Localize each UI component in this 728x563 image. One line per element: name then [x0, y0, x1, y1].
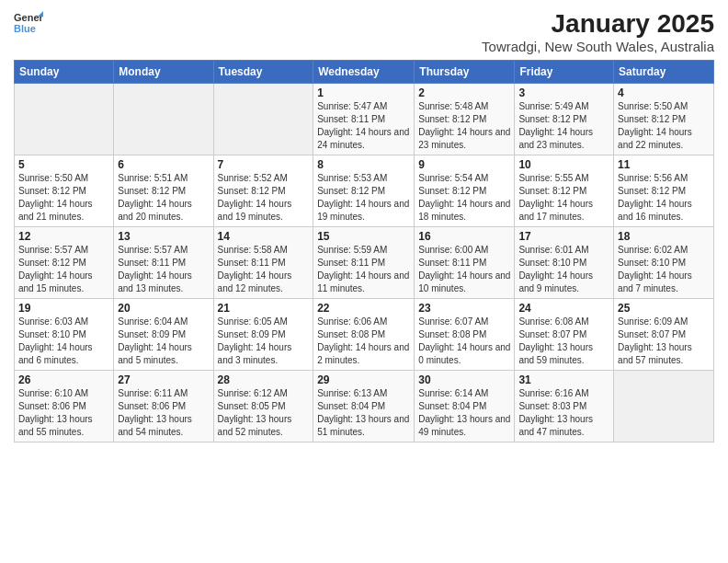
day-info: Sunrise: 6:09 AMSunset: 8:07 PMDaylight:… [618, 316, 692, 365]
day-cell: 16Sunrise: 6:00 AMSunset: 8:11 PMDayligh… [415, 227, 515, 299]
day-number: 8 [317, 158, 410, 171]
day-info: Sunrise: 6:14 AMSunset: 8:04 PMDaylight:… [418, 388, 510, 437]
day-cell: 28Sunrise: 6:12 AMSunset: 8:05 PMDayligh… [213, 371, 313, 442]
day-number: 17 [518, 230, 609, 243]
day-number: 23 [418, 302, 510, 315]
day-cell: 25Sunrise: 6:09 AMSunset: 8:07 PMDayligh… [614, 299, 714, 371]
day-cell: 3Sunrise: 5:49 AMSunset: 8:12 PMDaylight… [515, 84, 614, 155]
day-info: Sunrise: 5:58 AMSunset: 8:11 PMDaylight:… [218, 245, 292, 293]
week-row-3: 12Sunrise: 5:57 AMSunset: 8:12 PMDayligh… [15, 227, 714, 299]
day-number: 29 [317, 373, 410, 386]
day-cell: 19Sunrise: 6:03 AMSunset: 8:10 PMDayligh… [15, 299, 114, 371]
day-info: Sunrise: 6:00 AMSunset: 8:11 PMDaylight:… [418, 245, 510, 293]
day-number: 19 [18, 302, 109, 315]
day-info: Sunrise: 5:59 AMSunset: 8:11 PMDaylight:… [317, 245, 409, 293]
day-info: Sunrise: 6:07 AMSunset: 8:08 PMDaylight:… [418, 316, 510, 365]
day-info: Sunrise: 5:57 AMSunset: 8:12 PMDaylight:… [18, 245, 93, 293]
day-cell: 15Sunrise: 5:59 AMSunset: 8:11 PMDayligh… [313, 227, 415, 299]
week-row-1: 1Sunrise: 5:47 AMSunset: 8:11 PMDaylight… [15, 84, 714, 155]
day-cell: 26Sunrise: 6:10 AMSunset: 8:06 PMDayligh… [15, 371, 114, 442]
week-row-4: 19Sunrise: 6:03 AMSunset: 8:10 PMDayligh… [15, 299, 714, 371]
day-cell: 30Sunrise: 6:14 AMSunset: 8:04 PMDayligh… [415, 371, 515, 442]
day-cell: 1Sunrise: 5:47 AMSunset: 8:11 PMDaylight… [313, 84, 415, 155]
weekday-header-wednesday: Wednesday [313, 61, 415, 84]
day-cell: 4Sunrise: 5:50 AMSunset: 8:12 PMDaylight… [614, 84, 714, 155]
day-info: Sunrise: 6:13 AMSunset: 8:04 PMDaylight:… [317, 388, 409, 437]
day-info: Sunrise: 6:12 AMSunset: 8:05 PMDaylight:… [218, 388, 292, 437]
week-row-5: 26Sunrise: 6:10 AMSunset: 8:06 PMDayligh… [15, 371, 714, 442]
day-cell [213, 84, 313, 155]
day-info: Sunrise: 5:50 AMSunset: 8:12 PMDaylight:… [18, 173, 93, 222]
day-number: 18 [618, 230, 710, 243]
weekday-header-tuesday: Tuesday [213, 61, 313, 84]
day-info: Sunrise: 6:02 AMSunset: 8:10 PMDaylight:… [618, 245, 692, 293]
day-number: 31 [518, 373, 609, 386]
day-cell: 7Sunrise: 5:52 AMSunset: 8:12 PMDaylight… [213, 155, 313, 227]
day-cell [614, 371, 714, 442]
day-info: Sunrise: 6:08 AMSunset: 8:07 PMDaylight:… [518, 316, 593, 365]
day-number: 24 [518, 302, 609, 315]
day-number: 27 [118, 373, 209, 386]
day-number: 1 [317, 86, 410, 99]
day-number: 6 [118, 158, 209, 171]
day-cell: 17Sunrise: 6:01 AMSunset: 8:10 PMDayligh… [515, 227, 614, 299]
day-info: Sunrise: 5:56 AMSunset: 8:12 PMDaylight:… [618, 173, 692, 222]
day-info: Sunrise: 5:50 AMSunset: 8:12 PMDaylight:… [618, 101, 692, 150]
svg-text:Blue: Blue [14, 23, 36, 34]
weekday-header-monday: Monday [114, 61, 213, 84]
day-number: 9 [418, 158, 510, 171]
weekday-header-saturday: Saturday [614, 61, 714, 84]
day-number: 25 [618, 302, 710, 315]
day-cell: 21Sunrise: 6:05 AMSunset: 8:09 PMDayligh… [213, 299, 313, 371]
day-number: 4 [618, 86, 710, 99]
day-number: 21 [218, 302, 310, 315]
day-cell: 10Sunrise: 5:55 AMSunset: 8:12 PMDayligh… [515, 155, 614, 227]
day-info: Sunrise: 6:04 AMSunset: 8:09 PMDaylight:… [118, 316, 192, 365]
day-cell: 8Sunrise: 5:53 AMSunset: 8:12 PMDaylight… [313, 155, 415, 227]
day-cell: 9Sunrise: 5:54 AMSunset: 8:12 PMDaylight… [415, 155, 515, 227]
day-cell: 14Sunrise: 5:58 AMSunset: 8:11 PMDayligh… [213, 227, 313, 299]
week-row-2: 5Sunrise: 5:50 AMSunset: 8:12 PMDaylight… [15, 155, 714, 227]
day-info: Sunrise: 6:03 AMSunset: 8:10 PMDaylight:… [18, 316, 93, 365]
day-info: Sunrise: 5:54 AMSunset: 8:12 PMDaylight:… [418, 173, 510, 222]
day-cell [15, 84, 114, 155]
day-number: 11 [618, 158, 710, 171]
svg-text:General: General [14, 12, 43, 23]
calendar-table: SundayMondayTuesdayWednesdayThursdayFrid… [14, 60, 714, 442]
title-block: January 2025 Towradgi, New South Wales, … [482, 9, 714, 54]
day-cell: 5Sunrise: 5:50 AMSunset: 8:12 PMDaylight… [15, 155, 114, 227]
day-info: Sunrise: 5:53 AMSunset: 8:12 PMDaylight:… [317, 173, 409, 222]
day-info: Sunrise: 6:16 AMSunset: 8:03 PMDaylight:… [518, 388, 593, 437]
day-cell: 11Sunrise: 5:56 AMSunset: 8:12 PMDayligh… [614, 155, 714, 227]
day-cell: 20Sunrise: 6:04 AMSunset: 8:09 PMDayligh… [114, 299, 213, 371]
day-number: 3 [518, 86, 609, 99]
day-number: 30 [418, 373, 510, 386]
logo-icon: General Blue [14, 9, 43, 35]
day-cell: 18Sunrise: 6:02 AMSunset: 8:10 PMDayligh… [614, 227, 714, 299]
weekday-header-friday: Friday [515, 61, 614, 84]
day-number: 5 [18, 158, 109, 171]
day-info: Sunrise: 5:48 AMSunset: 8:12 PMDaylight:… [418, 101, 510, 150]
day-number: 12 [18, 230, 109, 243]
weekday-header-row: SundayMondayTuesdayWednesdayThursdayFrid… [15, 61, 714, 84]
day-cell: 2Sunrise: 5:48 AMSunset: 8:12 PMDaylight… [415, 84, 515, 155]
day-number: 14 [218, 230, 310, 243]
weekday-header-sunday: Sunday [15, 61, 114, 84]
day-number: 20 [118, 302, 209, 315]
day-info: Sunrise: 5:49 AMSunset: 8:12 PMDaylight:… [518, 101, 593, 150]
day-info: Sunrise: 6:05 AMSunset: 8:09 PMDaylight:… [218, 316, 292, 365]
day-cell: 6Sunrise: 5:51 AMSunset: 8:12 PMDaylight… [114, 155, 213, 227]
day-cell: 13Sunrise: 5:57 AMSunset: 8:11 PMDayligh… [114, 227, 213, 299]
day-number: 16 [418, 230, 510, 243]
day-info: Sunrise: 5:55 AMSunset: 8:12 PMDaylight:… [518, 173, 593, 222]
day-info: Sunrise: 5:57 AMSunset: 8:11 PMDaylight:… [118, 245, 192, 293]
logo: General Blue [14, 9, 43, 35]
day-cell: 27Sunrise: 6:11 AMSunset: 8:06 PMDayligh… [114, 371, 213, 442]
day-info: Sunrise: 5:52 AMSunset: 8:12 PMDaylight:… [218, 173, 292, 222]
day-info: Sunrise: 6:06 AMSunset: 8:08 PMDaylight:… [317, 316, 409, 365]
day-number: 26 [18, 373, 109, 386]
page: General Blue January 2025 Towradgi, New … [0, 0, 728, 563]
day-cell [114, 84, 213, 155]
day-cell: 29Sunrise: 6:13 AMSunset: 8:04 PMDayligh… [313, 371, 415, 442]
day-cell: 24Sunrise: 6:08 AMSunset: 8:07 PMDayligh… [515, 299, 614, 371]
